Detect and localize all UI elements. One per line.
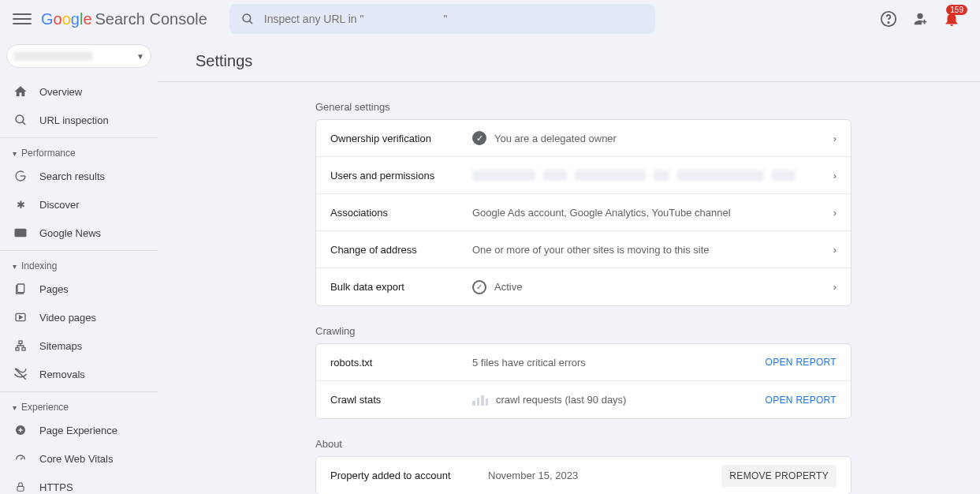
sidebar-item-label: Core Web Vitals — [39, 453, 113, 465]
open-report-link[interactable]: OPEN REPORT — [766, 395, 837, 406]
sidebar-item-discover[interactable]: ✱ Discover — [0, 190, 158, 219]
section-label-general: General settings — [315, 101, 980, 113]
product-logo[interactable]: Google Search Console — [41, 10, 207, 28]
share-access-icon[interactable] — [904, 3, 936, 35]
row-robots-txt[interactable]: robots.txt 5 files have critical errors … — [316, 344, 851, 381]
svg-line-5 — [22, 122, 25, 125]
check-outline-icon: ✓ — [472, 280, 486, 294]
chevron-right-icon: › — [833, 170, 837, 182]
svg-rect-14 — [17, 486, 24, 491]
sidebar-item-search-results[interactable]: Search results — [0, 162, 158, 190]
url-inspect-search[interactable] — [229, 4, 655, 34]
svg-rect-7 — [17, 284, 24, 293]
sidebar-item-label: Overview — [39, 86, 82, 98]
open-report-link[interactable]: OPEN REPORT — [766, 357, 837, 368]
sidebar-item-pages[interactable]: Pages — [0, 275, 158, 303]
sidebar-item-label: Google News — [39, 227, 101, 239]
sidebar-item-label: Removals — [39, 369, 85, 380]
app-header: Google Search Console 159 — [0, 0, 980, 38]
sidebar-item-video-pages[interactable]: Video pages — [0, 303, 158, 331]
sidebar-group-experience[interactable]: ▾Experience — [0, 395, 158, 416]
row-change-of-address[interactable]: Change of address One or more of your ot… — [316, 231, 851, 268]
sidebar: ▼ Overview URL inspection ▾Performance S… — [0, 38, 158, 494]
svg-point-3 — [888, 22, 889, 23]
search-icon — [240, 12, 255, 26]
sidebar-item-https[interactable]: HTTPS — [0, 473, 158, 494]
sidebar-group-performance[interactable]: ▾Performance — [0, 141, 158, 162]
svg-line-1 — [249, 21, 252, 24]
notifications-icon[interactable]: 159 — [936, 3, 967, 35]
sidebar-item-sitemaps[interactable]: Sitemaps — [0, 331, 158, 360]
sidebar-item-overview[interactable]: Overview — [0, 77, 158, 106]
remove-property-button[interactable]: REMOVE PROPERTY — [721, 465, 837, 487]
chevron-right-icon: › — [833, 281, 837, 293]
svg-point-0 — [243, 14, 251, 22]
sidebar-item-label: HTTPS — [39, 481, 73, 493]
property-selector[interactable]: ▼ — [6, 44, 151, 68]
sidebar-group-indexing[interactable]: ▾Indexing — [0, 254, 158, 275]
search-icon — [13, 113, 28, 127]
sidebar-item-removals[interactable]: Removals — [0, 360, 158, 388]
crawl-sparkline-icon — [472, 395, 488, 406]
about-card: Property added to account November 15, 2… — [315, 456, 851, 494]
chevron-right-icon: › — [833, 207, 837, 219]
sidebar-item-label: Sitemaps — [39, 340, 82, 352]
svg-point-4 — [16, 115, 24, 123]
sidebar-item-label: URL inspection — [39, 114, 109, 126]
menu-icon[interactable] — [13, 9, 32, 28]
section-label-about: About — [315, 438, 980, 450]
chevron-down-icon: ▼ — [136, 52, 144, 61]
svg-line-12 — [15, 369, 26, 380]
url-inspect-input[interactable] — [264, 13, 644, 25]
removals-icon — [13, 367, 28, 381]
notification-badge: 159 — [946, 5, 967, 15]
plus-circle-icon — [13, 424, 28, 436]
sidebar-item-google-news[interactable]: Google News — [0, 219, 158, 247]
check-icon: ✓ — [472, 131, 486, 145]
sidebar-item-label: Page Experience — [39, 425, 117, 436]
row-property-added: Property added to account November 15, 2… — [316, 457, 851, 494]
news-icon — [13, 227, 28, 238]
product-name: Search Console — [95, 10, 207, 28]
sidebar-item-page-experience[interactable]: Page Experience — [0, 416, 158, 444]
main-content: Settings General settings Ownership veri… — [158, 38, 980, 494]
row-ownership-verification[interactable]: Ownership verification ✓You are a delega… — [316, 120, 851, 157]
row-users-permissions[interactable]: Users and permissions › — [316, 157, 851, 194]
home-icon — [13, 84, 28, 99]
svg-rect-11 — [22, 348, 25, 350]
pages-icon — [13, 283, 28, 295]
sidebar-item-label: Video pages — [39, 312, 96, 324]
help-icon[interactable] — [873, 3, 904, 35]
crawling-card: robots.txt 5 files have critical errors … — [315, 343, 851, 419]
speed-icon — [13, 452, 28, 465]
svg-rect-9 — [19, 341, 22, 343]
sitemaps-icon — [13, 339, 28, 352]
google-g-icon — [13, 170, 28, 182]
sidebar-item-core-web-vitals[interactable]: Core Web Vitals — [0, 444, 158, 473]
section-label-crawling: Crawling — [315, 325, 980, 337]
lock-icon — [13, 481, 28, 493]
sidebar-item-label: Pages — [39, 283, 69, 295]
sidebar-item-url-inspection[interactable]: URL inspection — [0, 106, 158, 134]
page-title: Settings — [196, 52, 980, 70]
chevron-right-icon: › — [833, 133, 837, 144]
row-associations[interactable]: Associations Google Ads account, Google … — [316, 194, 851, 231]
row-crawl-stats[interactable]: Crawl stats crawl requests (last 90 days… — [316, 381, 851, 418]
row-bulk-data-export[interactable]: Bulk data export ✓Active › — [316, 268, 851, 305]
general-settings-card: Ownership verification ✓You are a delega… — [315, 119, 851, 306]
video-icon — [13, 311, 28, 324]
sidebar-item-label: Search results — [39, 170, 105, 182]
sidebar-item-label: Discover — [39, 199, 80, 211]
svg-rect-6 — [15, 229, 27, 238]
chevron-right-icon: › — [833, 244, 837, 256]
asterisk-icon: ✱ — [13, 199, 28, 211]
svg-rect-10 — [16, 348, 19, 350]
